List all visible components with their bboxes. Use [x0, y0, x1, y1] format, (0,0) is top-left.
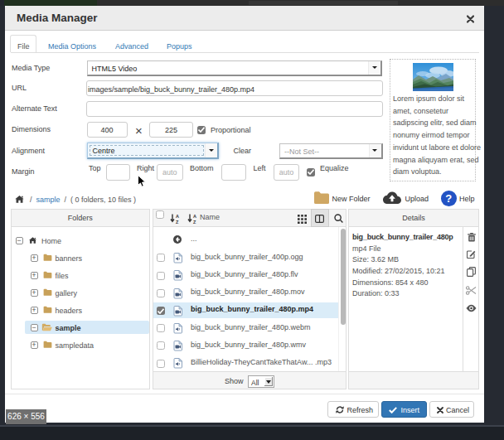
- svg-text:Z: Z: [193, 219, 196, 224]
- svg-text:A: A: [176, 214, 179, 219]
- svg-text:A: A: [193, 214, 196, 219]
- svg-text:Z: Z: [176, 219, 179, 224]
